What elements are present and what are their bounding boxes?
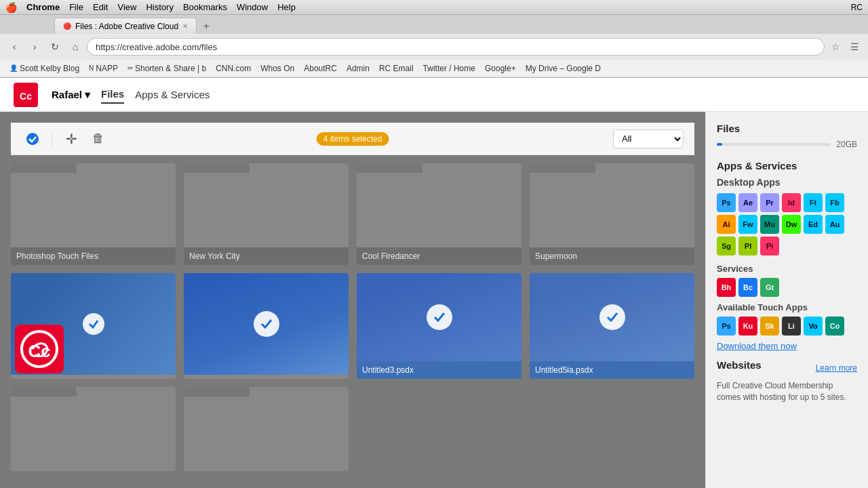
sidebar: Files 20GB Apps & Services Desktop Apps … xyxy=(705,112,868,488)
folder-body xyxy=(357,173,521,247)
nav-bar: ‹ › ↻ ⌂ ☆ ☰ xyxy=(0,34,868,60)
menu-help[interactable]: Help xyxy=(277,2,296,12)
app-sg[interactable]: Sg xyxy=(717,237,736,256)
storage-bar-bg xyxy=(717,143,831,146)
websites-header: Websites Learn more xyxy=(717,359,857,376)
websites-title: Websites xyxy=(717,359,762,371)
file-label-0: Photoshop Touch Files xyxy=(11,247,176,265)
apple-menu[interactable]: 🍎 xyxy=(5,2,17,13)
folder-body xyxy=(11,173,176,247)
app-ft[interactable]: Ft xyxy=(804,193,823,212)
bookmark-whoson[interactable]: Whos On xyxy=(256,62,298,75)
touch-ps[interactable]: Ps xyxy=(717,317,736,336)
file-item-9[interactable] xyxy=(184,387,349,471)
service-behance[interactable]: Bh xyxy=(717,278,736,297)
app-ed[interactable]: Ed xyxy=(804,215,823,234)
menu-bar: 🍎 Chrome File Edit View History Bookmark… xyxy=(0,0,868,15)
new-tab-button[interactable]: + xyxy=(197,19,216,34)
url-bar[interactable] xyxy=(87,38,825,56)
menu-bookmarks[interactable]: Bookmarks xyxy=(183,2,227,12)
app-ae[interactable]: Ae xyxy=(738,193,757,212)
bookmark-label-4: Whos On xyxy=(260,64,294,73)
bookmark-cnn[interactable]: CNN.com xyxy=(212,62,255,75)
bookmark-admin[interactable]: Admin xyxy=(342,62,374,75)
active-tab[interactable]: 🔴 Files : Adobe Creative Cloud ✕ xyxy=(54,18,197,34)
delete-button[interactable]: 🗑 xyxy=(87,128,109,150)
app-mu[interactable]: Mu xyxy=(760,215,779,234)
app-fw[interactable]: Fw xyxy=(738,215,757,234)
user-nav[interactable]: Rafael ▾ xyxy=(52,89,90,101)
file-label-2: Cool Firedancer xyxy=(357,247,521,265)
filter-select[interactable]: All Images Documents Video xyxy=(613,129,684,148)
file-item-0[interactable]: Photoshop Touch Files xyxy=(11,163,176,265)
refresh-button[interactable]: ↻ xyxy=(46,38,64,56)
services-title: Services xyxy=(717,264,857,274)
bookmark-label-6: Admin xyxy=(347,64,370,73)
app-au[interactable]: Au xyxy=(825,215,844,234)
bookmark-favicon-0: 👤 xyxy=(9,64,18,72)
sidebar-apps-title: Apps & Services xyxy=(717,160,857,171)
bookmark-scott-kelby[interactable]: 👤 Scott Kelby Blog xyxy=(5,62,83,75)
forward-button[interactable]: › xyxy=(26,38,43,56)
menu-chrome[interactable]: Chrome xyxy=(26,2,60,12)
main-content: ✛ 🗑 4 items selected All Images Document… xyxy=(0,112,868,488)
bookmark-googleplus[interactable]: Google+ xyxy=(481,62,520,75)
file-item-8[interactable] xyxy=(11,387,176,471)
file-item-2[interactable]: Cool Firedancer xyxy=(357,163,521,265)
touch-sk[interactable]: Sk xyxy=(760,317,779,336)
app-dw[interactable]: Dw xyxy=(782,215,801,234)
bookmarks-bar: 👤 Scott Kelby Blog N NAPP ✂ Shorten & Sh… xyxy=(0,60,868,77)
select-all-button[interactable] xyxy=(22,128,43,150)
bookmark-rcemail[interactable]: RC Email xyxy=(375,62,418,75)
bookmark-twitter[interactable]: Twitter / Home xyxy=(419,62,479,75)
folder-body xyxy=(11,396,176,471)
bookmark-label-1: NAPP xyxy=(96,64,118,73)
menu-file[interactable]: File xyxy=(69,2,83,12)
menu-edit[interactable]: Edit xyxy=(93,2,108,12)
file-item-3[interactable]: Supermoon xyxy=(530,163,694,265)
bookmark-aboutrc[interactable]: AboutRC xyxy=(300,62,341,75)
file-item-4[interactable]: Cc xyxy=(11,273,176,379)
home-button[interactable]: ⌂ xyxy=(66,38,84,56)
app-pr[interactable]: Pr xyxy=(760,193,779,212)
touch-vo[interactable]: Vo xyxy=(804,317,823,336)
file-item-5[interactable] xyxy=(184,273,349,379)
app-pl[interactable]: Pl xyxy=(738,237,757,256)
user-dropdown-icon[interactable]: ▾ xyxy=(85,89,90,101)
nav-files[interactable]: Files xyxy=(101,85,124,104)
settings-icon[interactable]: ☰ xyxy=(846,39,863,55)
bookmark-napp[interactable]: N NAPP xyxy=(85,62,122,75)
menu-view[interactable]: View xyxy=(117,2,136,12)
app-id[interactable]: Id xyxy=(782,193,801,212)
file-item-6[interactable]: Untitled3.psdx xyxy=(357,273,521,379)
storage-label: 20GB xyxy=(836,140,857,149)
back-button[interactable]: ‹ xyxy=(5,38,23,56)
touch-co[interactable]: Co xyxy=(825,317,844,336)
websites-section: Websites Learn more Full Creative Cloud … xyxy=(717,359,857,403)
menu-window[interactable]: Window xyxy=(237,2,268,12)
service-gt[interactable]: Gt xyxy=(760,278,779,297)
app-fb[interactable]: Fb xyxy=(825,193,844,212)
menu-right-icons: RC xyxy=(851,3,863,12)
nav-apps-services[interactable]: Apps & Services xyxy=(135,86,210,103)
bookmark-mydrive[interactable]: My Drive – Google D xyxy=(521,62,605,75)
move-button[interactable]: ✛ xyxy=(60,128,82,150)
app-ai[interactable]: Ai xyxy=(717,215,736,234)
file-item-1[interactable]: New York City xyxy=(184,163,349,265)
touch-li[interactable]: Li xyxy=(782,317,801,336)
touch-icons: Ps Ku Sk Li Vo Co xyxy=(717,317,857,336)
learn-more-link[interactable]: Learn more xyxy=(816,363,857,373)
app-pi[interactable]: Pi xyxy=(760,237,779,256)
folder-body xyxy=(530,173,694,247)
bookmark-star[interactable]: ☆ xyxy=(827,39,844,55)
svg-point-2 xyxy=(26,133,39,145)
download-now-link[interactable]: Download them now xyxy=(717,341,857,351)
menu-history[interactable]: History xyxy=(146,2,173,12)
service-bc[interactable]: Bc xyxy=(738,278,757,297)
touch-ku[interactable]: Ku xyxy=(738,317,757,336)
app-ps[interactable]: Ps xyxy=(717,193,736,212)
file-item-7[interactable]: Untitled5ia.psdx xyxy=(530,273,694,379)
bookmark-shorten[interactable]: ✂ Shorten & Share | b xyxy=(123,62,210,75)
bookmark-favicon-1: N xyxy=(89,64,94,72)
tab-close-button[interactable]: ✕ xyxy=(182,22,188,30)
